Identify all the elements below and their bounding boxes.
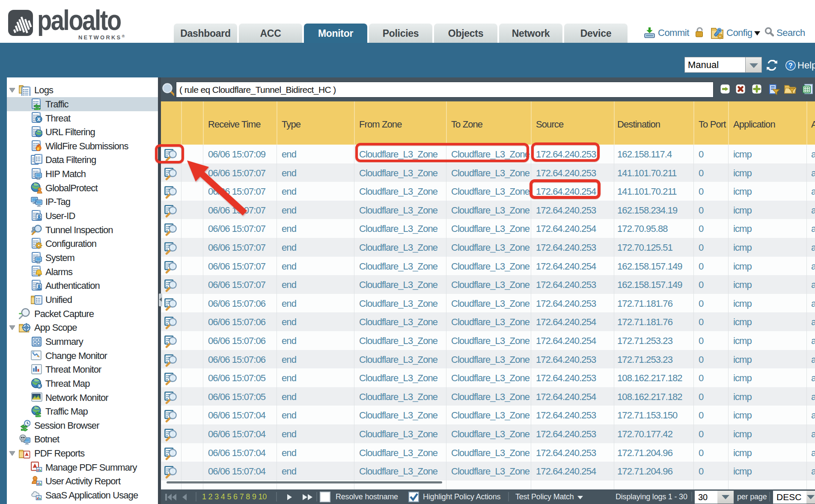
- svg-text:?: ?: [788, 62, 793, 69]
- svg-text:x: x: [37, 116, 41, 122]
- svg-text:x: x: [38, 383, 41, 388]
